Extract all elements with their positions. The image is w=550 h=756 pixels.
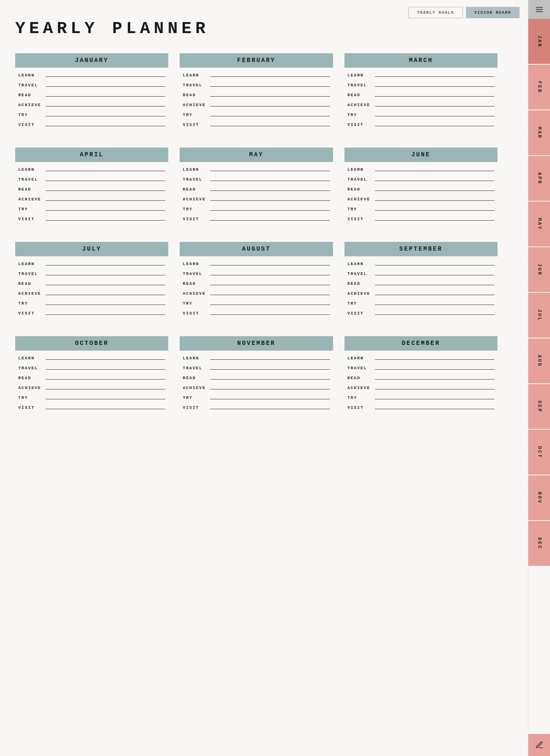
field-line-try[interactable] (210, 399, 330, 399)
field-line-try[interactable] (375, 116, 494, 116)
field-line-try[interactable] (46, 399, 165, 399)
sidebar-tab-feb[interactable]: FEB (528, 65, 550, 110)
field-line-read[interactable] (210, 96, 330, 97)
field-line-achieve[interactable] (210, 295, 330, 295)
field-line-visit[interactable] (210, 220, 330, 221)
field-line-learn[interactable] (375, 171, 494, 171)
field-row-learn: LEARN (183, 167, 330, 172)
field-line-travel[interactable] (375, 86, 494, 87)
sidebar-tab-jan[interactable]: JAN (528, 19, 550, 65)
field-line-achieve[interactable] (375, 295, 494, 295)
field-line-travel[interactable] (210, 275, 330, 275)
field-line-visit[interactable] (46, 220, 165, 221)
field-line-visit[interactable] (46, 409, 165, 409)
field-line-read[interactable] (375, 96, 494, 97)
month-block-may: MAYLEARNTRAVELREADACHIEVETRYVISIT (180, 148, 333, 227)
field-line-read[interactable] (46, 96, 165, 97)
field-line-visit[interactable] (210, 314, 330, 315)
field-line-read[interactable] (210, 379, 330, 380)
field-line-learn[interactable] (375, 265, 494, 265)
field-line-try[interactable] (210, 116, 330, 116)
field-line-visit[interactable] (210, 409, 330, 409)
field-line-try[interactable] (210, 210, 330, 211)
field-line-visit[interactable] (46, 126, 165, 126)
field-row-read: READ (183, 187, 330, 192)
field-line-travel[interactable] (210, 181, 330, 181)
field-line-learn[interactable] (46, 359, 165, 360)
sidebar-tab-may[interactable]: MAY (528, 202, 550, 247)
sidebar-tab-dec[interactable]: DEC (528, 521, 550, 567)
field-line-read[interactable] (375, 191, 494, 191)
sidebar-tab-jul[interactable]: JUL (528, 293, 550, 338)
field-line-learn[interactable] (210, 359, 330, 360)
field-line-travel[interactable] (210, 369, 330, 370)
field-line-learn[interactable] (375, 76, 494, 77)
field-line-visit[interactable] (375, 409, 494, 409)
field-line-learn[interactable] (46, 76, 165, 77)
vision-board-button[interactable]: VISION BOARD (466, 7, 520, 18)
sidebar-tab-jun[interactable]: JUN (528, 247, 550, 293)
field-line-read[interactable] (210, 191, 330, 191)
field-line-travel[interactable] (375, 181, 494, 181)
field-line-try[interactable] (375, 210, 494, 211)
field-line-learn[interactable] (210, 76, 330, 77)
field-line-achieve[interactable] (375, 106, 494, 106)
field-label-visit: VISIT (183, 122, 209, 127)
field-line-achieve[interactable] (210, 200, 330, 201)
field-line-visit[interactable] (46, 314, 165, 315)
field-line-try[interactable] (375, 399, 494, 399)
field-line-learn[interactable] (46, 171, 165, 171)
field-line-try[interactable] (210, 305, 330, 305)
field-line-read[interactable] (375, 379, 494, 380)
field-line-travel[interactable] (46, 181, 165, 181)
field-line-read[interactable] (375, 285, 494, 285)
field-line-visit[interactable] (375, 126, 494, 126)
field-line-travel[interactable] (210, 86, 330, 87)
sidebar-tab-mar[interactable]: MAR (528, 110, 550, 156)
field-line-learn[interactable] (210, 171, 330, 171)
field-line-travel[interactable] (375, 369, 494, 370)
field-line-visit[interactable] (375, 314, 494, 315)
field-row-travel: TRAVEL (183, 366, 330, 370)
sidebar-tab-sep[interactable]: SEP (528, 384, 550, 430)
field-line-visit[interactable] (210, 126, 330, 126)
yearly-goals-button[interactable]: YEARLY GOALS (408, 7, 463, 18)
field-line-try[interactable] (46, 116, 165, 116)
sidebar-tab-oct[interactable]: OCT (528, 430, 550, 475)
field-line-read[interactable] (46, 191, 165, 191)
field-line-read[interactable] (46, 379, 165, 380)
field-row-achieve: ACHIEVE (18, 103, 165, 107)
field-line-read[interactable] (210, 285, 330, 285)
sidebar-tab-nov[interactable]: NOV (528, 475, 550, 521)
field-line-achieve[interactable] (46, 106, 165, 106)
month-block-april: APRILLEARNTRAVELREADACHIEVETRYVISIT (15, 148, 168, 227)
menu-button[interactable] (528, 0, 550, 19)
field-line-travel[interactable] (46, 86, 165, 87)
field-line-achieve[interactable] (46, 295, 165, 295)
sidebar-tab-aug[interactable]: AUG (528, 338, 550, 384)
field-line-read[interactable] (46, 285, 165, 285)
field-line-visit[interactable] (375, 220, 494, 221)
sidebar-tab-apr[interactable]: APR (528, 156, 550, 202)
field-line-travel[interactable] (375, 275, 494, 275)
month-block-september: SEPTEMBERLEARNTRAVELREADACHIEVETRYVISIT (344, 242, 497, 321)
field-line-learn[interactable] (46, 265, 165, 265)
field-line-learn[interactable] (375, 359, 494, 360)
field-label-visit: VISIT (348, 311, 373, 316)
field-line-achieve[interactable] (375, 389, 494, 389)
field-line-achieve[interactable] (210, 106, 330, 106)
field-line-achieve[interactable] (210, 389, 330, 389)
field-line-try[interactable] (375, 305, 494, 305)
field-line-learn[interactable] (210, 265, 330, 265)
field-line-travel[interactable] (46, 275, 165, 275)
month-header-february: FEBRUARY (180, 53, 333, 68)
field-line-achieve[interactable] (46, 389, 165, 389)
field-row-visit: VISIT (18, 122, 165, 127)
field-line-achieve[interactable] (46, 200, 165, 201)
field-line-try[interactable] (46, 210, 165, 211)
month-fields-june: LEARNTRAVELREADACHIEVETRYVISIT (344, 167, 497, 221)
field-line-try[interactable] (46, 305, 165, 305)
field-line-travel[interactable] (46, 369, 165, 370)
edit-button[interactable] (528, 734, 550, 756)
field-line-achieve[interactable] (375, 200, 494, 201)
